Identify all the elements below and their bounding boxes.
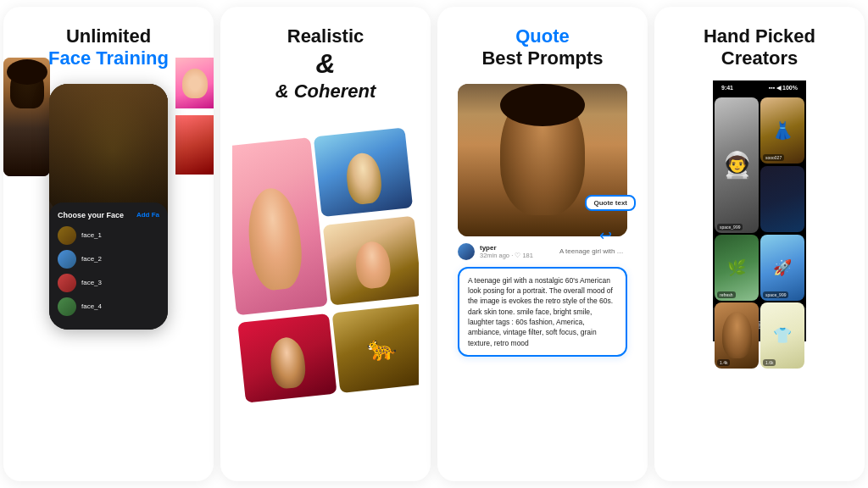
prompt-user-info: typer 32min ago · ♡ 181 bbox=[480, 244, 533, 259]
card4-title-line2: Creators bbox=[721, 47, 798, 69]
space-icon: 🚀 bbox=[773, 258, 792, 277]
creator-label-4: space_999 bbox=[763, 291, 788, 298]
card1-title: Unlimited Face Training bbox=[48, 25, 169, 70]
bg-photo-left bbox=[3, 58, 50, 176]
creator-label-5: 1.4k bbox=[717, 359, 730, 366]
creators-grid: 👨‍🚀 space_999 👗 sooo027 🌿 refresh bbox=[713, 96, 806, 308]
photo-tile-1 bbox=[232, 137, 328, 315]
card2-title-line1: Realistic bbox=[287, 25, 364, 47]
prompt-user-avatar bbox=[458, 243, 475, 260]
quote-bubble-text: A teenage girl with a nostalgic 60's Ame… bbox=[468, 276, 613, 347]
status-time: 9:41 bbox=[721, 85, 733, 91]
cheetah-icon: 🐆 bbox=[365, 333, 398, 363]
card2-title: Realistic & & Coherent bbox=[220, 25, 431, 103]
creator-name-6: 1.6k bbox=[765, 360, 773, 365]
prompt-likes: 181 bbox=[522, 252, 533, 259]
prompt-meta: 32min ago · ♡ 181 bbox=[480, 252, 533, 259]
creator-tile-fashion[interactable]: 👗 sooo027 bbox=[760, 97, 804, 164]
signal-icons: ▪▪▪ ◀ 100% bbox=[769, 85, 798, 92]
prompt-user-row: typer 32min ago · ♡ 181 A teenage girl w… bbox=[458, 243, 627, 260]
portrait-container: Quote text ↩ bbox=[458, 84, 627, 236]
creator-label-1: space_999 bbox=[717, 224, 743, 230]
hand-picked-creators-card: Hand Picked Creators 9:41 ▪▪▪ ◀ 100% 👨‍🚀… bbox=[654, 7, 865, 481]
creator-label-6: 1.6k bbox=[763, 359, 776, 366]
face-name-1: face_1 bbox=[81, 231, 102, 239]
creator-tile-nature[interactable]: 🌿 refresh bbox=[715, 235, 759, 301]
creator-name-5: 1.4k bbox=[720, 360, 727, 365]
bg-photo-right-top bbox=[175, 58, 214, 108]
quote-content: Quote text ↩ typer 32min ago · ♡ 181 A t… bbox=[448, 84, 637, 357]
photo-tile-4 bbox=[237, 313, 337, 403]
card1-title-line1: Unlimited bbox=[66, 25, 151, 47]
photo-tile-2 bbox=[314, 127, 413, 217]
creator-name-1: space_999 bbox=[720, 225, 740, 230]
card3-title: Quote Best Prompts bbox=[481, 25, 603, 70]
photo-tile-3 bbox=[323, 215, 419, 305]
quote-prompts-card: Quote Best Prompts Quote text ↩ typer 32… bbox=[437, 7, 648, 481]
quote-bubble: A teenage girl with a nostalgic 60's Ame… bbox=[458, 267, 627, 357]
fashion-icon: 👗 bbox=[772, 120, 793, 141]
face-item-1[interactable]: face_1 bbox=[58, 226, 159, 245]
face-item-3[interactable]: face_3 bbox=[58, 274, 159, 292]
creators-phone: 9:41 ▪▪▪ ◀ 100% 👨‍🚀 space_999 👗 sooo027 bbox=[713, 80, 806, 341]
add-face-link[interactable]: Add Fa bbox=[136, 211, 159, 219]
creator-name-2: sooo027 bbox=[765, 155, 782, 160]
face-item-2[interactable]: face_2 bbox=[58, 250, 159, 269]
creator-label-3: refresh bbox=[717, 291, 736, 298]
bg-photo-right-bottom bbox=[175, 115, 214, 175]
phone-status-bar: 9:41 ▪▪▪ ◀ 100% bbox=[713, 80, 806, 96]
quote-arrow: ↩ bbox=[599, 226, 612, 245]
astronaut-icon: 👨‍🚀 bbox=[721, 150, 753, 180]
creator-name-4: space_999 bbox=[765, 292, 786, 297]
prompt-time: 32min ago bbox=[480, 252, 509, 259]
nature-icon: 🌿 bbox=[727, 258, 746, 277]
card4-title-line1: Hand Picked bbox=[704, 25, 815, 47]
realistic-coherent-card: Realistic & & Coherent 🐆 bbox=[220, 7, 431, 481]
quote-text-label: Quote text bbox=[585, 195, 636, 211]
face-avatar-1 bbox=[58, 226, 76, 245]
ampersand: & bbox=[315, 48, 335, 79]
creator-tile-space[interactable]: 🚀 space_999 bbox=[760, 235, 804, 301]
photo-grid: 🐆 bbox=[232, 127, 419, 408]
prompt-username: typer bbox=[480, 244, 533, 252]
face-training-phone: Choose your Face Add Fa face_1 face_2 fa… bbox=[49, 84, 168, 330]
photo-tile-5: 🐆 bbox=[332, 304, 419, 394]
creator-label-2: sooo027 bbox=[763, 154, 784, 161]
face-avatar-4 bbox=[58, 297, 76, 316]
creator-tile-astronaut[interactable]: 👨‍🚀 space_999 bbox=[715, 97, 759, 233]
creator-tile-woman1[interactable]: 1.4k bbox=[715, 302, 759, 369]
face-training-card: Unlimited Face Training Choose your Face bbox=[3, 7, 214, 481]
face-avatar-3 bbox=[58, 274, 76, 292]
face-selection-panel: Choose your Face Add Fa face_1 face_2 fa… bbox=[49, 202, 168, 330]
face-panel-title: Choose your Face bbox=[58, 211, 124, 219]
card4-title: Hand Picked Creators bbox=[704, 25, 815, 70]
face-name-2: face_2 bbox=[81, 255, 102, 263]
face-panel-header: Choose your Face Add Fa bbox=[58, 211, 159, 219]
face-item-4[interactable]: face_4 bbox=[58, 297, 159, 316]
main-portrait bbox=[458, 84, 627, 236]
face-avatar-2 bbox=[58, 250, 76, 269]
creator-name-3: refresh bbox=[720, 292, 733, 297]
card3-title-line2: Best Prompts bbox=[481, 47, 603, 69]
tshirt-icon: 👕 bbox=[773, 326, 792, 345]
face-name-3: face_3 bbox=[81, 279, 102, 286]
creator-tile-fashion2[interactable]: 👕 1.6k bbox=[760, 302, 804, 369]
face-name-4: face_4 bbox=[81, 302, 102, 310]
card2-title-line2: & Coherent bbox=[275, 80, 376, 102]
card3-title-accent: Quote bbox=[515, 25, 570, 47]
prompt-caption: A teenage girl with a nostalgic 60's A..… bbox=[559, 247, 627, 255]
creator-tile-dark[interactable] bbox=[760, 166, 804, 232]
card1-title-accent: Face Training bbox=[48, 47, 169, 69]
